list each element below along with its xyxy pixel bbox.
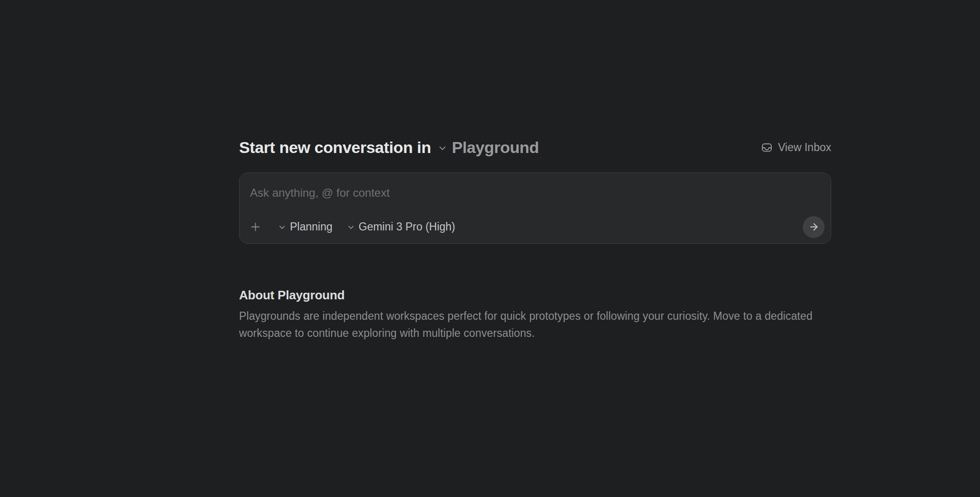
mode-label: Planning (290, 220, 333, 233)
add-context-button[interactable] (249, 220, 262, 233)
about-section: About Playground Playgrounds are indepen… (239, 287, 831, 342)
view-inbox-label: View Inbox (778, 141, 831, 154)
page-title-group: Start new conversation in Playground (239, 138, 539, 157)
send-button[interactable] (803, 216, 825, 238)
model-label: Gemini 3 Pro (High) (359, 220, 455, 233)
workspace-selector[interactable]: Playground (437, 138, 539, 157)
composer: Planning Gemini 3 Pro (High) (239, 172, 831, 244)
mode-selector[interactable]: Planning (278, 220, 333, 233)
app-background: Start new conversation in Playground Vie… (0, 0, 980, 497)
header: Start new conversation in Playground Vie… (239, 137, 831, 158)
prompt-input[interactable] (240, 173, 831, 215)
view-inbox-button[interactable]: View Inbox (761, 141, 831, 154)
chevron-down-icon (346, 223, 355, 232)
model-selector[interactable]: Gemini 3 Pro (High) (346, 220, 455, 233)
about-description: Playgrounds are independent workspaces p… (239, 307, 826, 342)
chevron-down-icon (437, 143, 448, 153)
workspace-name: Playground (452, 138, 539, 157)
page-title: Start new conversation in (239, 138, 431, 157)
new-conversation-panel: Start new conversation in Playground Vie… (239, 137, 831, 342)
plus-icon (249, 220, 262, 233)
arrow-right-icon (808, 221, 819, 232)
inbox-tray-icon (761, 142, 773, 153)
about-heading: About Playground (239, 287, 831, 303)
chevron-down-icon (278, 223, 287, 232)
composer-controls: Planning Gemini 3 Pro (High) (240, 215, 831, 243)
